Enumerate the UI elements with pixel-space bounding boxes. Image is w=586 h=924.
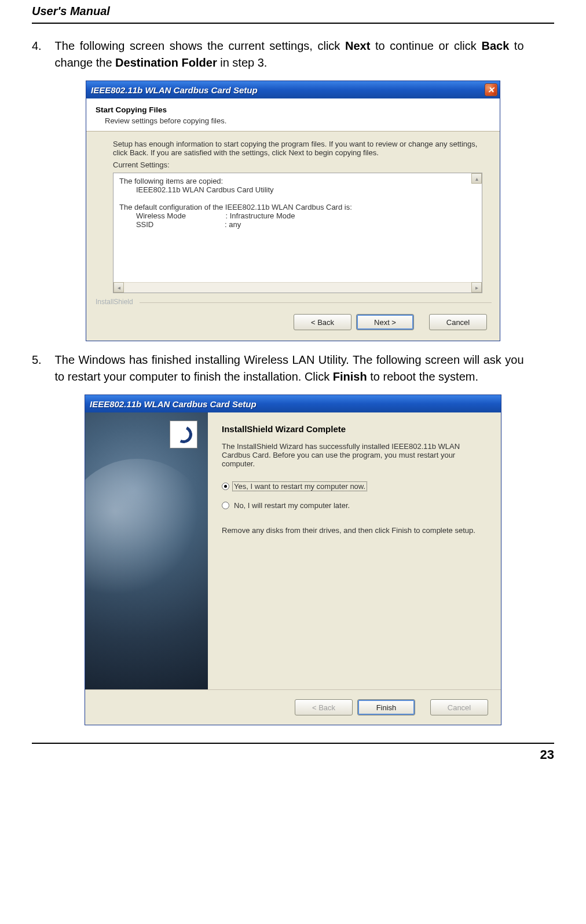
step-4-text: The following screen shows the current s… — [55, 38, 524, 71]
step-5-text: The Windows has finished installing Wire… — [55, 352, 524, 385]
wizard-info-text: Setup has enough information to start co… — [113, 140, 482, 157]
scroll-up-button[interactable]: ▴ — [471, 173, 482, 184]
back-button: < Back — [295, 699, 353, 715]
settings-line — [119, 194, 476, 203]
dialog-start-copying: IEEE802.11b WLAN Cardbus Card Setup ✕ St… — [86, 81, 500, 341]
footer-rule — [32, 743, 554, 744]
button-row: < Back Next > Cancel — [86, 306, 500, 341]
cancel-button[interactable]: Cancel — [429, 314, 487, 330]
wizard-header: Start Copying Files Review settings befo… — [86, 98, 500, 132]
step-4-number: 4. — [32, 38, 52, 54]
step-5-frag2: to reboot the system. — [367, 370, 478, 383]
settings-line: IEEE802.11b WLAN Cardbus Card Utility — [119, 185, 476, 194]
wizard-header-sub: Review settings before copying files. — [105, 116, 492, 125]
step-4-frag1: The following screen shows the current s… — [55, 39, 345, 52]
installshield-brand: InstallShield — [96, 298, 500, 306]
step-5-bold-finish: Finish — [333, 370, 367, 383]
radio-yes-label: Yes, I want to restart my computer now. — [233, 482, 367, 491]
step-4-frag4: in step 3. — [217, 56, 268, 69]
step-4-bold-dest: Destination Folder — [115, 56, 217, 69]
scroll-track[interactable] — [124, 282, 471, 293]
step-4-frag2: to continue or click — [370, 39, 481, 52]
scroll-right-button[interactable]: ▸ — [471, 282, 482, 293]
radio-yes-row[interactable]: Yes, I want to restart my computer now. — [222, 482, 484, 491]
scroll-left-button[interactable]: ◂ — [113, 282, 124, 293]
close-button[interactable]: ✕ — [485, 83, 497, 96]
radio-no-label: No, I will restart my computer later. — [233, 501, 351, 510]
step-5: 5. The Windows has finished installing W… — [32, 352, 554, 385]
next-button[interactable]: Next > — [356, 314, 414, 330]
titlebar[interactable]: IEEE802.11b WLAN Cardbus Card Setup ✕ — [86, 81, 500, 98]
close-icon: ✕ — [488, 85, 495, 94]
settings-line: The following items are copied: — [119, 177, 476, 185]
setup-icon — [170, 421, 197, 448]
back-button[interactable]: < Back — [294, 314, 351, 330]
titlebar[interactable]: IEEE802.11b WLAN Cardbus Card Setup — [85, 395, 501, 412]
window-title: IEEE802.11b WLAN Cardbus Card Setup — [91, 85, 485, 95]
cancel-button: Cancel — [430, 699, 488, 715]
settings-line: The default configuration of the IEEE802… — [119, 203, 476, 211]
wizard-remove-disk-text: Remove any disks from their drives, and … — [222, 526, 484, 535]
step-5-number: 5. — [32, 352, 52, 368]
wizard-complete-text: The InstallShield Wizard has successfull… — [222, 442, 484, 468]
current-settings-box: The following items are copied: IEEE802.… — [113, 173, 482, 293]
page-number: 23 — [32, 747, 554, 762]
header-rule — [32, 23, 554, 24]
step-4-bold-next: Next — [345, 39, 370, 52]
wizard-complete-heading: InstallShield Wizard Complete — [222, 424, 484, 434]
wizard-header-title: Start Copying Files — [96, 105, 492, 114]
settings-line: Wireless Mode : Infrastructure Mode — [119, 211, 476, 220]
button-row: < Back Finish Cancel — [85, 689, 501, 725]
step-4: 4. The following screen shows the curren… — [32, 38, 554, 71]
wizard-side-graphic — [85, 412, 208, 689]
window-title: IEEE802.11b WLAN Cardbus Card Setup — [90, 399, 499, 409]
dialog-wizard-complete: IEEE802.11b WLAN Cardbus Card Setup Inst… — [85, 395, 501, 725]
current-settings-label: Current Settings: — [113, 160, 482, 169]
page-header: User's Manual — [32, 5, 554, 18]
settings-line: SSID : any — [119, 220, 476, 229]
finish-button[interactable]: Finish — [357, 699, 415, 715]
radio-no-row[interactable]: No, I will restart my computer later. — [222, 501, 484, 510]
radio-no[interactable] — [222, 502, 229, 509]
step-4-bold-back: Back — [481, 39, 509, 52]
radio-yes[interactable] — [222, 483, 229, 490]
